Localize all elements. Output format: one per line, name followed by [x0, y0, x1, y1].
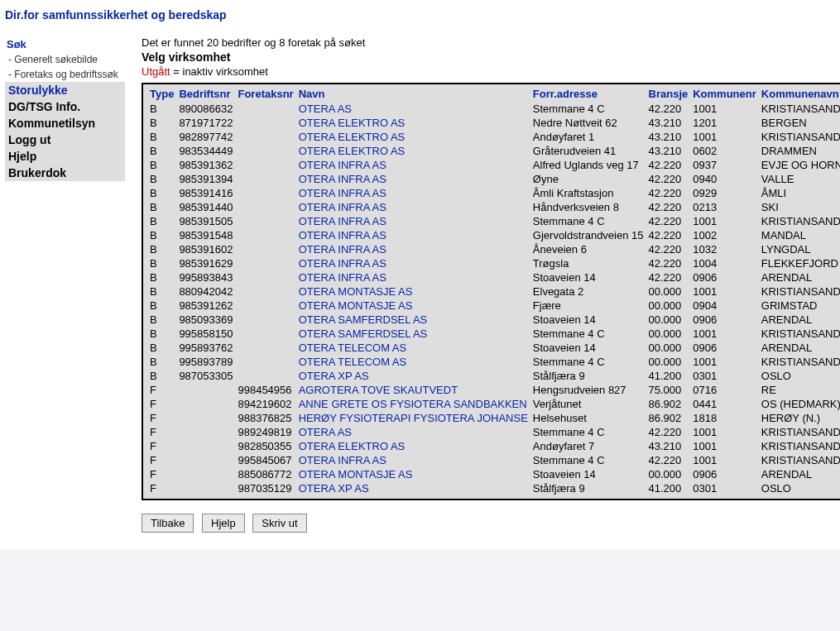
col-bedriftsnr[interactable]: Bedriftsnr — [177, 84, 236, 102]
company-link[interactable]: OTERA INFRA AS — [299, 257, 386, 270]
cell-adresse: Stålfjæra 9 — [531, 369, 647, 383]
company-link[interactable]: ANNE GRETE OS FYSIOTERA SANDBAKKEN — [299, 398, 527, 410]
cell-kommunenavn: LYNGDAL — [760, 242, 840, 256]
cell-kommunenavn: OSLO — [760, 481, 840, 495]
cell-foretaksnr — [236, 341, 296, 355]
cell-bransje: 00.000 — [647, 341, 692, 355]
company-link[interactable]: OTERA ELEKTRO AS — [299, 131, 406, 143]
cell-bransje: 86.902 — [647, 411, 692, 425]
cell-type: F — [148, 397, 177, 411]
company-link[interactable]: AGROTERA TOVE SKAUTVEDT — [299, 384, 458, 396]
col-bransje[interactable]: Bransje — [647, 84, 692, 102]
sidebar-search-head[interactable]: Søk — [5, 36, 125, 52]
cell-bedriftsnr: 995893843 — [177, 270, 236, 284]
cell-foretaksnr — [236, 355, 296, 369]
cell-adresse: Andøyfaret 1 — [531, 130, 647, 144]
cell-foretaksnr: 885086772 — [236, 467, 296, 481]
cell-navn: OTERA ELEKTRO AS — [297, 439, 531, 453]
table-row: B985391362OTERA INFRA ASAlfred Uglands v… — [148, 158, 840, 172]
company-link[interactable]: OTERA AS — [299, 426, 352, 438]
cell-foretaksnr — [236, 228, 296, 242]
cell-type: B — [148, 284, 177, 299]
company-link[interactable]: OTERA INFRA AS — [299, 243, 386, 256]
company-link[interactable]: OTERA INFRA AS — [299, 159, 386, 171]
cell-kommunenavn: BERGEN — [760, 116, 840, 130]
cell-navn: OTERA INFRA AS — [297, 453, 531, 467]
cell-bransje: 43.210 — [647, 130, 692, 144]
cell-navn: OTERA INFRA AS — [297, 158, 531, 172]
company-link[interactable]: OTERA AS — [299, 103, 352, 115]
cell-foretaksnr: 894219602 — [236, 397, 296, 411]
col-kommunenavn[interactable]: Kommunenavn — [760, 84, 840, 102]
sidebar-item-storulykke[interactable]: Storulykke — [5, 82, 125, 98]
company-link[interactable]: OTERA XP AS — [299, 370, 369, 382]
company-link[interactable]: OTERA INFRA AS — [299, 454, 386, 466]
sidebar-item-dg-tsg-info-[interactable]: DG/TSG Info. — [5, 98, 125, 115]
cell-adresse: Stoaveien 14 — [531, 341, 647, 355]
company-link[interactable]: OTERA TELECOM AS — [299, 342, 407, 354]
cell-type: F — [148, 439, 177, 453]
company-link[interactable]: OTERA XP AS — [299, 482, 369, 495]
cell-navn: OTERA XP AS — [297, 481, 531, 495]
company-link[interactable]: OTERA ELEKTRO AS — [299, 440, 406, 452]
cell-kommunenavn: ÅMLI — [760, 186, 840, 200]
sidebar-sub-foretaks[interactable]: - Foretaks og bedriftssøk — [5, 67, 125, 82]
cell-kommunenavn: ARENDAL — [760, 341, 840, 355]
cell-bransje: 42.220 — [647, 228, 692, 242]
cell-foretaksnr: 995845067 — [236, 453, 296, 467]
sidebar-item-hjelp[interactable]: Hjelp — [5, 148, 125, 165]
sidebar-sub-generelt[interactable]: - Generelt søkebilde — [5, 52, 125, 67]
cell-foretaksnr — [236, 102, 296, 116]
back-button[interactable]: Tilbake — [142, 514, 194, 533]
sidebar-item-logg-ut[interactable]: Logg ut — [5, 131, 125, 148]
cell-adresse: Håndverksveien 8 — [531, 200, 647, 214]
col-forradresse[interactable]: Forr.adresse — [531, 84, 647, 102]
cell-navn: AGROTERA TOVE SKAUTVEDT — [297, 383, 531, 397]
cell-bedriftsnr — [177, 383, 236, 397]
company-link[interactable]: OTERA ELEKTRO AS — [299, 145, 406, 157]
cell-kommunenr: 1032 — [691, 242, 760, 256]
help-button[interactable]: Hjelp — [202, 514, 245, 533]
col-kommunenr[interactable]: Kommunenr — [691, 84, 760, 102]
cell-bedriftsnr: 985093369 — [177, 313, 236, 327]
print-button[interactable]: Skriv ut — [252, 514, 306, 533]
company-link[interactable]: OTERA MONTASJE AS — [299, 468, 413, 480]
sidebar-item-brukerdok[interactable]: Brukerdok — [5, 165, 125, 181]
col-type[interactable]: Type — [148, 84, 177, 102]
company-link[interactable]: OTERA SAMFERDSEL AS — [299, 327, 428, 340]
company-link[interactable]: OTERA MONTASJE AS — [299, 285, 413, 298]
col-foretaksnr[interactable]: Foretaksnr — [236, 84, 296, 102]
cell-adresse: Hengsrudveien 827 — [531, 383, 647, 397]
company-link[interactable]: OTERA INFRA AS — [299, 173, 386, 185]
col-navn[interactable]: Navn — [297, 84, 531, 102]
company-link[interactable]: OTERA TELECOM AS — [299, 356, 407, 368]
cell-kommunenr: 1001 — [691, 284, 760, 299]
cell-bedriftsnr: 985391262 — [177, 299, 236, 313]
table-row: F987035129OTERA XP ASStålfjæra 941.20003… — [148, 481, 840, 495]
cell-navn: OTERA INFRA AS — [297, 200, 531, 214]
company-link[interactable]: OTERA INFRA AS — [299, 229, 386, 241]
company-link[interactable]: OTERA SAMFERDSEL AS — [299, 313, 428, 326]
cell-adresse: Stoaveien 14 — [531, 270, 647, 284]
cell-type: B — [148, 242, 177, 256]
cell-bransje: 41.200 — [647, 369, 692, 383]
result-count-text: Det er funnet 20 bedrifter og 8 foretak … — [142, 36, 840, 49]
cell-bransje: 42.220 — [647, 158, 692, 172]
cell-adresse: Stemmane 4 C — [531, 214, 647, 228]
table-row: B985391394OTERA INFRA ASØyne42.2200940VA… — [148, 172, 840, 186]
legend-desc: = inaktiv virksomhet — [170, 65, 268, 78]
cell-bransje: 43.210 — [647, 439, 692, 453]
cell-adresse: Åmli Kraftstasjon — [531, 186, 647, 200]
company-link[interactable]: OTERA INFRA AS — [299, 201, 386, 213]
cell-foretaksnr — [236, 369, 296, 383]
company-link[interactable]: HERØY FYSIOTERAPI FYSIOTERA JOHANSE — [299, 412, 528, 424]
company-link[interactable]: OTERA ELEKTRO AS — [299, 117, 406, 129]
company-link[interactable]: OTERA INFRA AS — [299, 187, 386, 199]
cell-navn: OTERA INFRA AS — [297, 270, 531, 284]
cell-navn: OTERA INFRA AS — [297, 186, 531, 200]
company-link[interactable]: OTERA INFRA AS — [299, 215, 386, 227]
company-link[interactable]: OTERA MONTASJE AS — [299, 299, 413, 312]
company-link[interactable]: OTERA INFRA AS — [299, 271, 386, 284]
cell-adresse: Stemmane 4 C — [531, 327, 647, 341]
sidebar-item-kommunetilsyn[interactable]: Kommunetilsyn — [5, 115, 125, 131]
